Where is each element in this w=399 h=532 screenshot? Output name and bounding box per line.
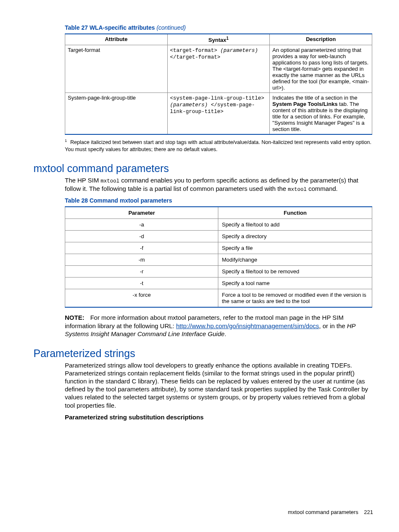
table-row: -d Specify a directory [65, 231, 372, 242]
cell-description: Indicates the title of a section in the … [270, 93, 372, 135]
th-syntax: Syntax1 [167, 34, 270, 45]
cell-param: -r [65, 266, 218, 278]
desc-pre: Indicates the title of a section in the [272, 95, 357, 101]
cell-syntax: <system-page-link-group-title> (paramete… [167, 93, 270, 135]
note-post: . [225, 330, 226, 337]
subheading-substitution: Parameterized string substitution descri… [65, 414, 373, 421]
table-row: -r Specify a file/tool to be removed [65, 266, 372, 278]
cell-func: Specify a tool name [218, 278, 372, 289]
table-28: Parameter Function -a Specify a file/too… [65, 206, 372, 308]
table-row: System-page-link-group-title <system-pag… [65, 93, 372, 135]
cell-func: Force a tool to be removed or modified e… [218, 289, 372, 308]
syntax-open: <target-format> [170, 48, 220, 54]
table-27-continued: (continued) [156, 24, 186, 31]
cell-func: Specify a directory [218, 231, 372, 242]
para-mxtool: The HP SIM mxtool command enables you to… [65, 176, 372, 193]
footer-text: mxtool command parameters [288, 509, 358, 515]
table-27: Attribute Syntax1 Description Target-for… [65, 33, 372, 135]
cell-func: Modify/change [218, 254, 372, 266]
heading-mxtool: mxtool command parameters [33, 162, 373, 175]
cell-param: -a [65, 219, 218, 231]
para-code2: mxtool [288, 187, 307, 193]
cell-param: -f [65, 242, 218, 254]
footer-page: 221 [364, 509, 373, 515]
cell-syntax: <target-format> (parameters) </target-fo… [167, 45, 270, 93]
footnote-num: 1 [65, 139, 67, 143]
cell-param: -m [65, 254, 218, 266]
footnote-text: Replace italicized text between start an… [65, 139, 371, 152]
table-27-footnote: 1Replace italicized text between start a… [65, 138, 372, 153]
th-function: Function [218, 207, 372, 219]
syntax-param: (parameters) [220, 48, 258, 54]
table-28-title: Table 28 Command mxtool parameters [65, 197, 373, 204]
table-row: -x force Force a tool to be removed or m… [65, 289, 372, 308]
th-parameter: Parameter [65, 207, 218, 219]
para-param-strings: Parameterized strings allow tool develop… [65, 361, 372, 409]
table-row: -t Specify a tool name [65, 278, 372, 289]
cell-param: -x force [65, 289, 218, 308]
cell-attribute: System-page-link-group-title [65, 93, 168, 135]
cell-param: -d [65, 231, 218, 242]
th-syntax-text: Syntax [208, 37, 226, 43]
note-block: NOTE:For more information about mxtool p… [65, 314, 372, 338]
table-row: -f Specify a file [65, 242, 372, 254]
para-post: command. [307, 185, 338, 192]
note-link[interactable]: http://www.hp.com/go/insightmanagement/s… [176, 322, 319, 329]
cell-description: An optional parameterized string that pr… [270, 45, 372, 93]
cell-func: Specify a file [218, 242, 372, 254]
heading-param-strings: Parameterized strings [33, 347, 373, 360]
table-row: -a Specify a file/tool to add [65, 219, 372, 231]
table-27-title: Table 27 WLA-specific attributes (contin… [65, 24, 373, 31]
syntax-close: </target-format> [170, 54, 220, 60]
note-label: NOTE: [65, 314, 84, 321]
note-mid: , or in the [319, 322, 347, 329]
para-pre: The HP SIM [65, 177, 101, 184]
th-description: Description [270, 34, 372, 45]
syntax-param: (parameters) [170, 102, 208, 108]
th-syntax-sup: 1 [226, 36, 229, 41]
table-row: -m Modify/change [65, 254, 372, 266]
table-27-title-text: Table 27 WLA-specific attributes [65, 24, 155, 31]
cell-func: Specify a file/tool to add [218, 219, 372, 231]
syntax-open: <system-page-link-group-title> [170, 95, 264, 101]
para-code1: mxtool [101, 178, 120, 184]
footer: mxtool command parameters 221 [288, 509, 373, 515]
th-attribute: Attribute [65, 34, 168, 45]
cell-attribute: Target-format [65, 45, 168, 93]
cell-func: Specify a file/tool to be removed [218, 266, 372, 278]
cell-param: -t [65, 278, 218, 289]
desc-bold: System Page Tools/Links [272, 101, 338, 107]
table-row: Target-format <target-format> (parameter… [65, 45, 372, 93]
